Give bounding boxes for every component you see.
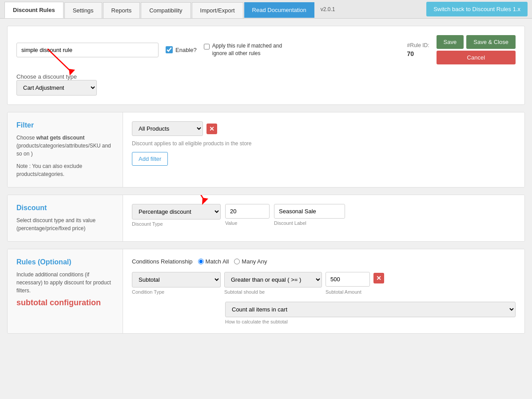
filter-title: Filter <box>16 121 114 129</box>
discount-title: Discount <box>16 204 114 212</box>
condition-type-select[interactable]: Subtotal Count items cart Cart Coupon Da… <box>132 272 221 287</box>
filter-all-products-desc: Discount applies to all eligible product… <box>132 140 516 147</box>
rule-id-label: #Rule ID: <box>407 42 429 48</box>
discount-value-field-label: Value <box>225 220 270 226</box>
enable-checkbox[interactable] <box>166 46 173 53</box>
subtotal-should-be-label: Subtotal should be <box>224 289 322 295</box>
rule-id-value: 70 <box>407 50 414 57</box>
tab-discount-rules[interactable]: Discount Rules <box>4 2 64 18</box>
tab-bar: Discount Rules Settings Reports Compatib… <box>0 0 532 19</box>
enable-group: Enable? <box>166 46 197 53</box>
rules-title: Rules (Optional) <box>16 258 114 266</box>
discount-type-select[interactable]: Cart Adjustment Percentage Discount Fixe… <box>16 80 97 96</box>
discount-value-group: Value <box>225 204 270 226</box>
enable-label: Enable? <box>175 47 197 53</box>
rules-desc: Include additional conditions (if necess… <box>16 271 114 295</box>
rules-right-col: Conditions Relationship Match All Many A… <box>123 249 524 333</box>
subtotal-amount-label: Subtotal Amount <box>326 289 361 295</box>
discount-type-dropdown[interactable]: Percentage discount Fixed discount Fixed… <box>132 204 221 219</box>
filter-note: Note : You can also exclude products/cat… <box>16 162 114 178</box>
remove-filter-button[interactable]: ✕ <box>206 124 217 134</box>
read-doc-button[interactable]: Read Documentation <box>244 2 314 18</box>
rules-left-col: Rules (Optional) Include additional cond… <box>8 249 123 333</box>
rule-name-card: Enable? Apply this rule if matched and i… <box>7 26 525 105</box>
rule-name-input[interactable] <box>16 43 159 57</box>
many-any-label[interactable]: Many Any <box>234 258 267 265</box>
rule-name-row: Enable? Apply this rule if matched and i… <box>16 35 516 64</box>
remove-condition-button[interactable]: ✕ <box>373 273 384 283</box>
discount-label-field-label: Discount Label <box>274 220 345 226</box>
discount-type-label: Choose a discount type <box>16 73 77 80</box>
main-content: Enable? Apply this rule if matched and i… <box>0 19 532 348</box>
discount-right-col: Percentage discount Fixed discount Fixed… <box>123 195 524 241</box>
apply-rule-text: Apply this rule if matched and ignore al… <box>212 42 293 57</box>
tab-settings[interactable]: Settings <box>64 2 102 18</box>
filter-type-select[interactable]: All Products Specific Products Product C… <box>132 121 203 136</box>
subtotal-calc-group: Count all items in cart Count unique ite… <box>225 302 516 324</box>
subtotal-how-label: How to calculate the subtotal <box>225 319 516 324</box>
condition-type-label: Condition Type <box>132 289 221 295</box>
filter-right-col: All Products Specific Products Product C… <box>123 112 524 187</box>
apply-rule-group: Apply this rule if matched and ignore al… <box>204 42 293 57</box>
many-any-text: Many Any <box>242 258 267 265</box>
filter-row: All Products Specific Products Product C… <box>132 121 516 136</box>
action-buttons: Save Save & Close Cancel <box>437 35 516 64</box>
apply-rule-checkbox[interactable] <box>204 43 210 50</box>
subtotal-annotation: subtotal configuration <box>16 298 114 307</box>
condition-op-select[interactable]: Greater than or equal ( >= ) Less than (… <box>224 272 322 287</box>
many-any-radio[interactable] <box>234 259 240 264</box>
filter-section: Filter Choose what gets discount (produc… <box>7 112 525 188</box>
tab-reports[interactable]: Reports <box>103 2 140 18</box>
subtotal-calc-select[interactable]: Count all items in cart Count unique ite… <box>225 302 516 317</box>
match-all-text: Match All <box>206 258 229 265</box>
tab-compatibility[interactable]: Compatibility <box>141 2 191 18</box>
save-close-button[interactable]: Save & Close <box>466 35 516 49</box>
condition-value-input[interactable] <box>326 272 370 287</box>
save-button[interactable]: Save <box>437 35 464 49</box>
version-badge: v2.0.1 <box>318 6 338 12</box>
discount-type-group: Percentage discount Fixed discount Fixed… <box>132 204 221 227</box>
discount-label-input[interactable] <box>274 204 345 219</box>
conditions-rel-row: Conditions Relationship Match All Many A… <box>132 258 516 265</box>
svg-line-2 <box>176 195 205 202</box>
discount-value-input[interactable] <box>225 204 270 219</box>
discount-left-col: Discount Select discount type and its va… <box>8 195 123 241</box>
discount-desc: Select discount type and its value (perc… <box>16 216 114 232</box>
match-all-radio[interactable] <box>198 259 204 264</box>
switch-btn[interactable]: Switch back to Discount Rules 1.x <box>426 2 528 16</box>
discount-label-group: Discount Label <box>274 204 345 226</box>
discount-section: Discount Select discount type and its va… <box>7 195 525 242</box>
add-filter-button[interactable]: Add filter <box>132 152 168 166</box>
discount-type-field-label: Discount Type <box>132 221 221 227</box>
rule-id-group: #Rule ID: 70 <box>407 42 429 57</box>
discount-type-section: Choose a discount type Cart Adjustment P… <box>16 73 516 96</box>
filter-desc: Choose what gets discount (products/cate… <box>16 134 114 158</box>
conditions-rel-label: Conditions Relationship <box>132 258 193 265</box>
match-all-label[interactable]: Match All <box>198 258 229 265</box>
rules-section: Rules (Optional) Include additional cond… <box>7 249 525 334</box>
discount-row: Percentage discount Fixed discount Fixed… <box>132 204 516 227</box>
cancel-button[interactable]: Cancel <box>437 51 516 64</box>
filter-left-col: Filter Choose what gets discount (produc… <box>8 112 123 187</box>
tab-import-export[interactable]: Import/Export <box>192 2 243 18</box>
